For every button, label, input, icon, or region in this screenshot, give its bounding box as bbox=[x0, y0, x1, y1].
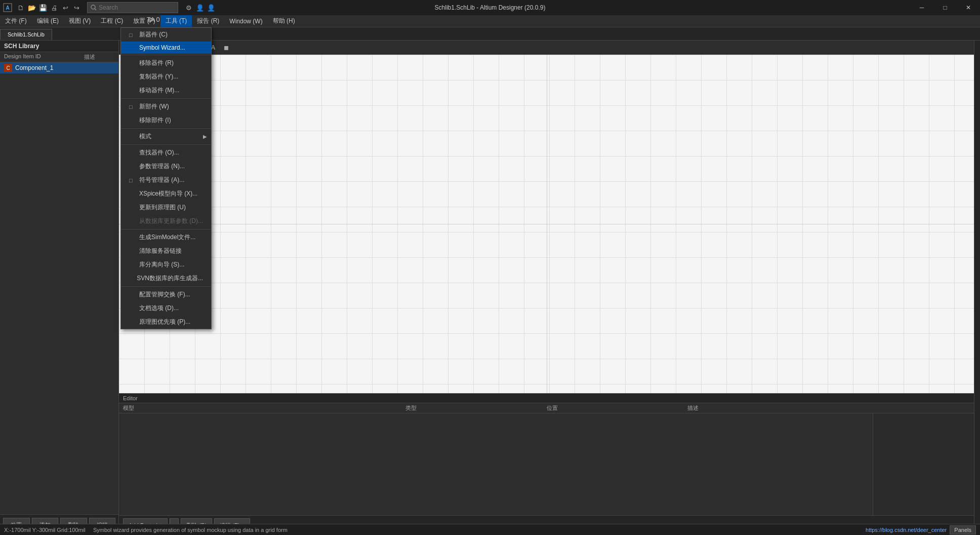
menu-remove-component[interactable]: 移除器件 (R) bbox=[121, 56, 211, 70]
new-part-label: 新部件 (W) bbox=[139, 102, 169, 111]
col-description: 描述 bbox=[84, 53, 114, 61]
menu-tools[interactable]: 工具 (T) bbox=[160, 15, 192, 27]
separator-1 bbox=[121, 55, 211, 55]
search-box[interactable] bbox=[87, 2, 178, 13]
update-from-db-label: 从数据库更新参数 (D)... bbox=[139, 217, 203, 225]
window-controls: ─ □ ✕ bbox=[910, 0, 980, 15]
undo-icon[interactable]: ↩ bbox=[60, 2, 71, 13]
new-component-icon: □ bbox=[129, 32, 139, 38]
menu-doc-options[interactable]: 文档选项 (D)... bbox=[121, 301, 211, 315]
search-icon bbox=[91, 5, 97, 11]
menu-remove-part[interactable]: 移除部件 (I) bbox=[121, 113, 211, 127]
copy-component-label: 复制器件 (Y)... bbox=[139, 72, 178, 81]
save-icon[interactable]: 💾 bbox=[37, 2, 49, 13]
app-icon: A bbox=[0, 0, 15, 15]
menu-svn-db-gen[interactable]: SVN数据库的库生成器... bbox=[121, 272, 211, 285]
user-icon[interactable]: 👤 bbox=[194, 2, 206, 13]
right-scrollbar[interactable] bbox=[974, 41, 980, 535]
minimize-button[interactable]: ─ bbox=[910, 0, 933, 15]
menu-update-from-db: 从数据库更新参数 (D)... bbox=[121, 214, 211, 228]
status-message: Symbol wizard provides generation of sym… bbox=[93, 527, 288, 533]
menu-move-component[interactable]: 移动器件 (M)... bbox=[121, 84, 211, 97]
separator-6 bbox=[121, 286, 211, 287]
canvas-grid[interactable] bbox=[119, 55, 974, 393]
new-part-icon: □ bbox=[129, 104, 139, 110]
menu-help[interactable]: 帮助 (H) bbox=[268, 15, 300, 27]
tab-schlib[interactable]: Schlib1.SchLib bbox=[0, 29, 52, 40]
menu-window[interactable]: Window (W) bbox=[224, 15, 267, 27]
col-design-item-id: Design Item ID bbox=[4, 53, 84, 61]
close-button[interactable]: ✕ bbox=[957, 0, 980, 15]
titlebar-settings: ⚙ 👤 👤 bbox=[183, 2, 217, 13]
menu-xspice-wizard[interactable]: XSpice模型向导 (X)... bbox=[121, 187, 211, 201]
move-component-label: 移动器件 (M)... bbox=[139, 86, 179, 95]
remove-part-label: 移除部件 (I) bbox=[139, 116, 171, 125]
config-pin-swap-label: 配置管脚交换 (F)... bbox=[139, 290, 190, 299]
component-name: Component_1 bbox=[15, 64, 53, 71]
menu-lib-split-wizard[interactable]: 库分离向导 (S)... bbox=[121, 258, 211, 272]
open-icon[interactable]: 📂 bbox=[26, 2, 37, 13]
fill-tool[interactable]: ◼ bbox=[220, 42, 232, 53]
menu-sch-preferences[interactable]: 原理图优先项 (P)... bbox=[121, 315, 211, 329]
col-desc-editor: 描述 bbox=[687, 404, 970, 412]
svn-db-gen-label: SVN数据库的库生成器... bbox=[137, 274, 203, 283]
remove-component-label: 移除器件 (R) bbox=[139, 59, 174, 67]
profile-icon[interactable]: 👤 bbox=[206, 2, 217, 13]
mode-arrow-icon: ▶ bbox=[203, 134, 207, 139]
svg-text:A: A bbox=[6, 5, 9, 11]
component-item[interactable]: C Component_1 bbox=[0, 62, 118, 73]
gen-simmodel-label: 生成SimModel文件... bbox=[139, 233, 195, 242]
update-schematic-label: 更新到原理图 (U) bbox=[139, 203, 186, 212]
maximize-button[interactable]: □ bbox=[933, 0, 957, 15]
menu-find-component[interactable]: 查找器件 (O)... bbox=[121, 146, 211, 160]
editor-content: 无预览可见 bbox=[119, 413, 974, 515]
component-icon: C bbox=[4, 64, 12, 72]
menu-param-manager[interactable]: 参数管理器 (N)... bbox=[121, 160, 211, 173]
panels-button[interactable]: Panels bbox=[950, 525, 976, 534]
new-icon[interactable]: 🗋 bbox=[15, 2, 26, 13]
sch-library-header: SCH Library bbox=[0, 41, 118, 52]
canvas-area bbox=[119, 55, 974, 393]
statusbar: X:-1700mil Y:-300mil Grid:100mil Symbol … bbox=[0, 524, 980, 535]
menu-symbol-manager[interactable]: □ 符号管理器 (A)... bbox=[121, 173, 211, 187]
ta-label: TA 0 bbox=[147, 16, 160, 23]
titlebar: A 🗋 📂 💾 🖨 ↩ ↪ Schlib1.SchLib - Altium De… bbox=[0, 0, 980, 15]
find-component-label: 查找器件 (O)... bbox=[139, 148, 179, 157]
sch-preferences-label: 原理图优先项 (P)... bbox=[139, 318, 190, 326]
svg-point-2 bbox=[91, 5, 95, 9]
drawing-toolbar: ▼ + ⬜ ⊞ ✂ ╱ A ◼ bbox=[119, 41, 974, 55]
editor-panel-header: Editor bbox=[119, 394, 974, 403]
status-coords: X:-1700mil Y:-300mil Grid:100mil bbox=[4, 527, 86, 533]
menu-file[interactable]: 文件 (F) bbox=[0, 15, 32, 27]
menu-gen-simmodel[interactable]: 生成SimModel文件... bbox=[121, 231, 211, 244]
tab-label: Schlib1.SchLib bbox=[8, 31, 45, 37]
menu-new-component[interactable]: □ 新器件 (C) bbox=[121, 28, 211, 42]
menu-symbol-wizard[interactable]: Symbol Wizard... bbox=[121, 42, 211, 54]
svg-line-3 bbox=[95, 9, 96, 10]
menu-config-pin-swap[interactable]: 配置管脚交换 (F)... bbox=[121, 288, 211, 301]
redo-icon[interactable]: ↪ bbox=[71, 2, 82, 13]
editor-table-header: 模型 类型 位置 描述 bbox=[119, 403, 974, 413]
settings-icon[interactable]: ⚙ bbox=[183, 2, 194, 13]
separator-3 bbox=[121, 128, 211, 129]
menu-edit[interactable]: 编辑 (E) bbox=[32, 15, 64, 27]
menu-update-schematic[interactable]: 更新到原理图 (U) bbox=[121, 201, 211, 214]
menu-mode[interactable]: 模式 ▶ bbox=[121, 130, 211, 143]
symbol-manager-icon: □ bbox=[129, 177, 139, 183]
symbol-wizard-label: Symbol Wizard... bbox=[139, 44, 185, 51]
menu-report[interactable]: 报告 (R) bbox=[192, 15, 224, 27]
menu-project[interactable]: 工程 (C) bbox=[96, 15, 128, 27]
col-type: 类型 bbox=[405, 404, 547, 412]
status-position: X:-1700mil Y:-300mil Grid:100mil Symbol … bbox=[4, 527, 866, 533]
print-icon[interactable]: 🖨 bbox=[49, 2, 60, 13]
col-pos: 位置 bbox=[547, 404, 688, 412]
component-list[interactable]: C Component_1 bbox=[0, 62, 118, 514]
menu-view[interactable]: 视图 (V) bbox=[64, 15, 96, 27]
clear-server-label: 清除服务器链接 bbox=[139, 247, 182, 255]
mode-label: 模式 bbox=[139, 132, 151, 141]
search-input[interactable] bbox=[99, 4, 175, 11]
menu-copy-component[interactable]: 复制器件 (Y)... bbox=[121, 70, 211, 84]
menu-new-part[interactable]: □ 新部件 (W) bbox=[121, 100, 211, 113]
menu-clear-server[interactable]: 清除服务器链接 bbox=[121, 244, 211, 258]
separator-4 bbox=[121, 144, 211, 145]
